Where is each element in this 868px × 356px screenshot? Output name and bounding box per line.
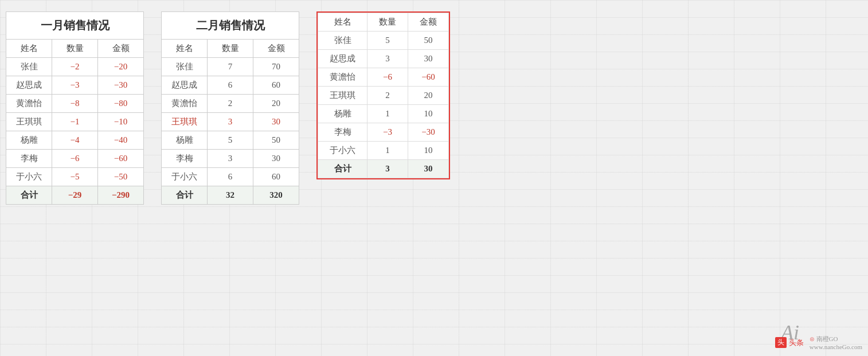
table1-total-label: 合计 [6,186,52,205]
table1-row-6: 于小六 −5 −50 [6,168,144,186]
t1-amt-3: −10 [98,113,144,131]
table2-total-label: 合计 [162,186,208,205]
t3-amt-2: −60 [408,68,449,87]
table3-row-3: 王琪琪 2 20 [318,87,449,105]
table2-row-6: 于小六 6 60 [162,168,299,186]
table3-row-5: 李梅 −3 −30 [318,123,449,142]
t1-qty-2: −8 [52,95,98,113]
t2-name-6: 于小六 [162,168,208,186]
nancheng-icon: ⊙ [810,335,815,342]
table3-col-amt: 金额 [408,13,449,32]
table1-total-row: 合计 −29 −290 [6,186,144,205]
table3-wrapper: 姓名 数量 金额 张佳 5 50 赵思成 3 30 黄澹怡 −6 −60 王琪琪… [316,11,450,179]
t2-qty-5: 3 [208,150,253,168]
toutiao-watermark: 头 头条 [775,337,804,348]
t2-name-3: 王琪琪 [162,113,208,131]
table1-row-0: 张佳 −2 −20 [6,58,144,76]
t3-name-1: 赵思成 [318,50,367,68]
t3-amt-0: 50 [408,32,449,50]
table1: 一月销售情况 姓名 数量 金额 张佳 −2 −20 赵思成 −3 −30 黄澹怡… [6,11,144,205]
table1-row-2: 黄澹怡 −8 −80 [6,95,144,113]
bottom-watermarks: 头 头条 ⊙ 南橙GO www.nancheGo.com [775,335,862,350]
t1-qty-6: −5 [52,168,98,186]
table1-col-qty: 数量 [52,40,98,58]
t2-amt-6: 60 [253,168,299,186]
t2-qty-3: 3 [208,113,253,131]
table2-row-4: 杨雕 5 50 [162,131,299,150]
t2-amt-5: 30 [253,150,299,168]
t3-qty-6: 1 [367,142,408,160]
table2-total-qty: 32 [208,186,253,205]
table3-total-row: 合计 3 30 [318,160,449,178]
table2-container: 二月销售情况 姓名 数量 金额 张佳 7 70 赵思成 6 60 黄澹怡 2 2… [161,11,299,205]
t3-name-6: 于小六 [318,142,367,160]
t3-name-2: 黄澹怡 [318,68,367,87]
table3-row-1: 赵思成 3 30 [318,50,449,68]
table2-header-row: 姓名 数量 金额 [162,40,299,58]
t3-amt-5: −30 [408,123,449,142]
t2-amt-2: 20 [253,95,299,113]
table1-row-3: 王琪琪 −1 −10 [6,113,144,131]
t3-qty-5: −3 [367,123,408,142]
table2-row-5: 李梅 3 30 [162,150,299,168]
t2-amt-3: 30 [253,113,299,131]
t2-qty-6: 6 [208,168,253,186]
t3-qty-4: 1 [367,105,408,123]
t2-name-0: 张佳 [162,58,208,76]
t1-qty-4: −4 [52,131,98,150]
table1-col-amt: 金额 [98,40,144,58]
t2-amt-0: 70 [253,58,299,76]
table2-col-name: 姓名 [162,40,208,58]
t1-qty-0: −2 [52,58,98,76]
table2-title: 二月销售情况 [162,12,299,40]
toutiao-label: 头条 [789,338,804,348]
table2-total-amt: 320 [253,186,299,205]
t3-name-3: 王琪琪 [318,87,367,105]
t1-name-1: 赵思成 [6,76,52,95]
table3-row-6: 于小六 1 10 [318,142,449,160]
t2-amt-1: 60 [253,76,299,95]
t2-name-5: 李梅 [162,150,208,168]
table3-row-4: 杨雕 1 10 [318,105,449,123]
t1-qty-5: −6 [52,150,98,168]
table2-row-1: 赵思成 6 60 [162,76,299,95]
table3-total-amt: 30 [408,160,449,178]
table1-row-5: 李梅 −6 −60 [6,150,144,168]
t1-qty-1: −3 [52,76,98,95]
table2-row-3: 王琪琪 3 30 [162,113,299,131]
table3-header-row: 姓名 数量 金额 [318,13,449,32]
table3-col-name: 姓名 [318,13,367,32]
t1-name-4: 杨雕 [6,131,52,150]
t2-qty-1: 6 [208,76,253,95]
table3-total-label: 合计 [318,160,367,178]
table2-row-0: 张佳 7 70 [162,58,299,76]
t3-name-0: 张佳 [318,32,367,50]
t1-amt-2: −80 [98,95,144,113]
table3: 姓名 数量 金额 张佳 5 50 赵思成 3 30 黄澹怡 −6 −60 王琪琪… [318,13,449,178]
table1-row-4: 杨雕 −4 −40 [6,131,144,150]
t3-name-4: 杨雕 [318,105,367,123]
t1-name-3: 王琪琪 [6,113,52,131]
t3-qty-2: −6 [367,68,408,87]
t1-amt-6: −50 [98,168,144,186]
table3-col-qty: 数量 [367,13,408,32]
table1-title: 一月销售情况 [6,12,144,40]
table2-title-row: 二月销售情况 [162,12,299,40]
t2-qty-4: 5 [208,131,253,150]
t2-name-2: 黄澹怡 [162,95,208,113]
table2-col-amt: 金额 [253,40,299,58]
table1-container: 一月销售情况 姓名 数量 金额 张佳 −2 −20 赵思成 −3 −30 黄澹怡… [6,11,144,205]
table3-row-2: 黄澹怡 −6 −60 [318,68,449,87]
t3-amt-3: 20 [408,87,449,105]
table2-col-qty: 数量 [208,40,253,58]
t1-name-5: 李梅 [6,150,52,168]
t2-name-4: 杨雕 [162,131,208,150]
table1-title-row: 一月销售情况 [6,12,144,40]
t1-qty-3: −1 [52,113,98,131]
t1-amt-0: −20 [98,58,144,76]
table1-col-name: 姓名 [6,40,52,58]
t2-qty-0: 7 [208,58,253,76]
t1-amt-5: −60 [98,150,144,168]
nancheng-watermark: ⊙ 南橙GO www.nancheGo.com [810,335,862,350]
table2-total-row: 合计 32 320 [162,186,299,205]
